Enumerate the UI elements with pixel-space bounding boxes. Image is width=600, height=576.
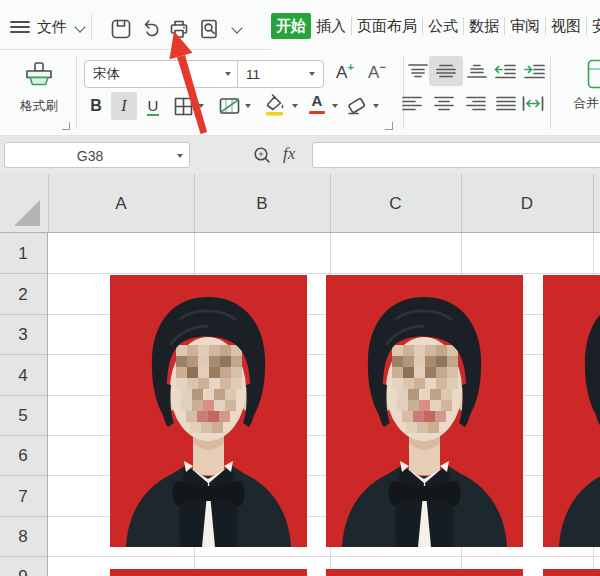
column-header-c[interactable]: C (330, 194, 461, 214)
undo-icon (139, 18, 161, 40)
decrease-indent-button[interactable] (492, 60, 518, 82)
tab-insert[interactable]: 插入 (311, 13, 351, 39)
justify-icon (495, 95, 517, 112)
clear-format-dropdown-icon[interactable] (373, 104, 379, 108)
font-color-bar (309, 111, 325, 114)
save-button[interactable] (109, 17, 133, 41)
insert-function-button[interactable]: fx (283, 144, 295, 164)
tab-formulas[interactable]: 公式 (423, 13, 463, 39)
ribbon-group-separator (550, 57, 551, 129)
increase-indent-icon (522, 63, 546, 80)
header-gridline (461, 174, 462, 232)
tab-data[interactable]: 数据 (464, 13, 504, 39)
row-header-9[interactable]: 9 (0, 567, 46, 576)
select-all-corner[interactable] (0, 174, 48, 232)
font-size-dropdown-icon[interactable] (309, 72, 315, 76)
row-header-2[interactable]: 2 (0, 285, 46, 305)
decrease-indent-icon (493, 63, 517, 80)
valign-top-icon (407, 63, 429, 80)
italic-button[interactable]: I (111, 92, 137, 120)
row-header-1[interactable]: 1 (0, 244, 46, 264)
row-gridline (0, 273, 47, 274)
tab-view[interactable]: 视图 (546, 13, 586, 39)
font-name-value: 宋体 (93, 65, 120, 83)
tab-page-layout[interactable]: 页面布局 (352, 13, 422, 39)
row-header-5[interactable]: 5 (0, 406, 46, 426)
id-photo-4-partial[interactable] (110, 569, 307, 576)
font-size-select[interactable]: 11 (237, 60, 324, 88)
justify-button[interactable] (494, 92, 518, 114)
save-icon (110, 18, 132, 40)
undo-button[interactable] (138, 17, 162, 41)
bold-button[interactable]: B (84, 92, 108, 120)
print-preview-button[interactable] (197, 17, 221, 41)
tab-security[interactable]: 安全 (587, 13, 600, 39)
increase-indent-button[interactable] (521, 60, 547, 82)
valign-top-button[interactable] (406, 60, 430, 82)
row-header-3[interactable]: 3 (0, 325, 46, 345)
decrease-font-button[interactable]: A− (362, 59, 392, 87)
column-header-d[interactable]: D (461, 194, 593, 214)
increase-font-button[interactable]: A+ (330, 59, 360, 87)
shading-dropdown-icon[interactable] (245, 104, 251, 108)
distribute-button[interactable] (520, 92, 546, 114)
id-photo-3-clipped[interactable] (543, 275, 600, 547)
header-gridline (330, 174, 331, 232)
clear-format-button[interactable] (344, 94, 370, 118)
row-header-4[interactable]: 4 (0, 366, 46, 386)
valign-middle-button[interactable] (429, 56, 463, 86)
print-button[interactable] (167, 17, 191, 41)
row-gridline (0, 516, 47, 517)
search-function-button[interactable] (252, 145, 272, 165)
ribbon-group-separator (76, 57, 77, 129)
row-header-8[interactable]: 8 (0, 527, 46, 547)
fill-color-dropdown-icon[interactable] (292, 104, 298, 108)
merge-center-button[interactable] (586, 58, 600, 90)
underline-button[interactable]: U (141, 92, 165, 120)
shading-button[interactable] (216, 95, 242, 117)
hamburger-icon[interactable] (9, 19, 31, 35)
cell-gridline-h (48, 273, 600, 274)
id-photo-5-partial[interactable] (326, 569, 523, 576)
name-box-value: G38 (5, 148, 175, 164)
valign-middle-icon (435, 63, 457, 80)
row-header-7[interactable]: 7 (0, 487, 46, 507)
borders-button[interactable] (171, 95, 195, 117)
eraser-icon (345, 95, 369, 117)
decrease-font-letter: A (368, 63, 379, 83)
formula-input[interactable] (312, 142, 600, 168)
font-name-select[interactable]: 宋体 (84, 60, 240, 88)
id-photo-1[interactable] (110, 275, 307, 547)
format-painter-icon (22, 61, 56, 95)
name-box[interactable]: G38 (4, 142, 190, 168)
font-name-dropdown-icon[interactable] (225, 72, 231, 76)
row-header-6[interactable]: 6 (0, 446, 46, 466)
wps-spreadsheet-window: 文件 (0, 0, 600, 576)
select-all-triangle-icon (14, 200, 40, 226)
font-color-dropdown-icon[interactable] (332, 104, 338, 108)
file-menu-chevron-icon[interactable] (74, 21, 85, 32)
group-expand-corner (62, 122, 70, 130)
column-header-a[interactable]: A (48, 194, 194, 214)
tab-review[interactable]: 审阅 (505, 13, 545, 39)
file-menu[interactable]: 文件 (37, 18, 67, 37)
id-photo-6-partial[interactable] (543, 569, 600, 576)
column-header-b[interactable]: B (194, 194, 330, 214)
align-center-button[interactable] (432, 92, 456, 114)
tab-home[interactable]: 开始 (271, 13, 311, 39)
row-gridline (0, 435, 47, 436)
borders-icon (173, 96, 194, 117)
format-painter-button[interactable] (20, 58, 58, 98)
align-left-button[interactable] (400, 92, 424, 114)
id-photo-2[interactable] (326, 275, 523, 547)
valign-bottom-button[interactable] (465, 60, 489, 82)
borders-dropdown-icon[interactable] (198, 104, 204, 108)
fill-color-button[interactable] (262, 92, 288, 118)
formula-bar: G38 fx (0, 136, 600, 174)
row-gridline (0, 354, 47, 355)
font-color-button[interactable]: A (306, 92, 328, 118)
align-right-button[interactable] (464, 92, 488, 114)
toolbar-dropdown-icon[interactable] (231, 22, 242, 33)
align-left-icon (401, 95, 423, 112)
name-box-dropdown-icon[interactable] (177, 154, 183, 158)
